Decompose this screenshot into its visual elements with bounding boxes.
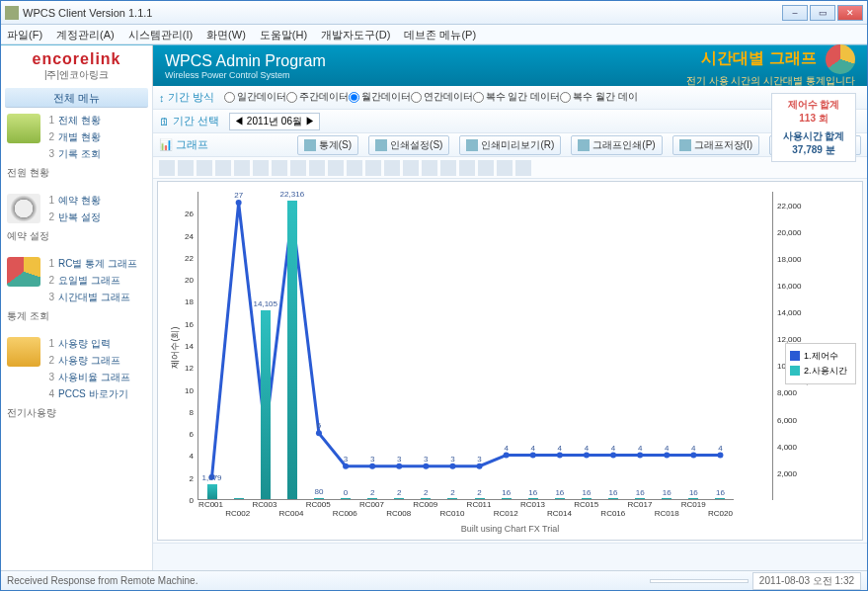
bar-value-label: 80 xyxy=(314,487,323,496)
chart-tool-icon[interactable] xyxy=(365,160,381,176)
chart-tool-icon[interactable] xyxy=(309,160,325,176)
stats-button[interactable]: 통계(S) xyxy=(297,135,358,155)
svg-point-15 xyxy=(610,453,616,459)
sidebar-item[interactable]: 2사용량 그래프 xyxy=(44,354,130,368)
chart-tool-icon[interactable] xyxy=(197,160,212,176)
bar-value-label: 16 xyxy=(689,488,698,497)
chart-tool-icon[interactable] xyxy=(290,160,306,176)
chart-tool-icon[interactable] xyxy=(459,160,475,176)
svg-point-12 xyxy=(530,453,536,459)
main-panel: ↕ 기간 방식 일간데이터 주간데이터 월간데이터 연간데이터 복수 일간 데이… xyxy=(153,86,867,570)
svg-point-5 xyxy=(343,464,349,469)
chart-credit: Built using Chart FX Trial xyxy=(158,524,862,534)
printer-icon xyxy=(578,139,590,151)
chart-bar xyxy=(635,498,645,499)
chart-legend: 1.제어수 2.사용시간 xyxy=(785,343,856,384)
period-method-label: ↕ 기간 방식 xyxy=(159,90,214,105)
line-value-label: 3 xyxy=(477,455,481,464)
sidebar-item[interactable]: 1사용량 입력 xyxy=(44,337,130,351)
svg-point-7 xyxy=(396,464,402,469)
menu-item[interactable]: 시스템관리(I) xyxy=(128,25,193,43)
bar-value-label: 16 xyxy=(716,488,725,497)
print-setup-button[interactable]: 인쇄설정(S) xyxy=(368,135,449,155)
period-radio[interactable]: 복수 월간 데이 xyxy=(560,90,638,104)
period-radio[interactable]: 일간데이터 xyxy=(224,90,286,104)
sidebar-item[interactable]: 3기록 조회 xyxy=(44,147,101,161)
chart-tool-icon[interactable] xyxy=(440,160,456,176)
chart-tool-icon[interactable] xyxy=(272,160,287,176)
period-radio[interactable]: 월간데이터 xyxy=(349,90,411,104)
line-value-label: 4 xyxy=(585,444,589,453)
titlebar[interactable]: WPCS Client Version 1.1.1 – ▭ ✕ xyxy=(1,1,867,25)
line-value-label: 4 xyxy=(611,444,615,453)
section-name: 전원 현황 xyxy=(7,166,146,180)
chart-tool-icon[interactable] xyxy=(178,160,194,176)
bar-value-label: 2 xyxy=(370,488,374,497)
section-icon xyxy=(7,114,40,143)
chart-tool-icon[interactable] xyxy=(384,160,400,176)
bar-value-label: 2 xyxy=(477,488,481,497)
svg-point-18 xyxy=(690,453,696,459)
chart-tool-icon[interactable] xyxy=(403,160,419,176)
sidebar-item[interactable]: 1전체 현황 xyxy=(44,114,101,127)
menu-item[interactable]: 데브존 메뉴(P) xyxy=(404,25,476,43)
maximize-button[interactable]: ▭ xyxy=(810,5,835,21)
svg-point-13 xyxy=(557,453,563,459)
chart-tool-icon[interactable] xyxy=(234,160,250,176)
sidebar-item[interactable]: 2요일별 그래프 xyxy=(44,274,137,288)
chart-bar xyxy=(555,498,565,499)
legend-swatch-2 xyxy=(790,366,800,376)
sidebar-item[interactable]: 3사용비율 그래프 xyxy=(44,371,130,384)
section-name: 통계 조회 xyxy=(7,309,146,323)
all-menu-button[interactable]: 전체 메뉴 xyxy=(5,88,148,108)
chart-tool-icon[interactable] xyxy=(515,160,531,176)
sidebar-item[interactable]: 2개별 현황 xyxy=(44,130,101,144)
close-button[interactable]: ✕ xyxy=(837,5,863,21)
chart-tool-icon[interactable] xyxy=(422,160,437,176)
sidebar-item[interactable]: 1RC별 통계 그래프 xyxy=(44,257,137,271)
print-preview-button[interactable]: 인쇄미리보기(R) xyxy=(459,135,561,155)
line-value-label: 3 xyxy=(397,455,401,464)
svg-point-11 xyxy=(504,453,510,459)
chart-tool-icon[interactable] xyxy=(253,160,269,176)
section-icon xyxy=(7,337,40,367)
chart-tool-icon[interactable] xyxy=(215,160,231,176)
bar-value-label: 0 xyxy=(344,488,348,497)
chart-bar xyxy=(528,498,538,499)
stats-icon xyxy=(304,139,316,151)
menu-item[interactable]: 파일(F) xyxy=(7,25,42,43)
chart-tool-icon[interactable] xyxy=(159,160,175,176)
svg-point-19 xyxy=(717,453,723,459)
chart-tool-icon[interactable] xyxy=(497,160,513,176)
svg-point-6 xyxy=(369,464,375,469)
status-cell-empty xyxy=(650,579,749,583)
svg-point-10 xyxy=(477,464,483,469)
save-graph-button[interactable]: 그래프저장(I) xyxy=(672,135,759,155)
period-spinner[interactable]: ◀ 2011년 06월 ▶ xyxy=(229,113,320,130)
period-radio[interactable]: 주간데이터 xyxy=(286,90,349,104)
menu-item[interactable]: 개발자도구(D) xyxy=(321,25,390,43)
chart-tool-icon[interactable] xyxy=(328,160,344,176)
period-radio[interactable]: 복수 일간 데이터 xyxy=(473,90,561,104)
line-value-label: 4 xyxy=(665,444,669,453)
menu-item[interactable]: 계정관리(A) xyxy=(56,25,115,43)
line-value-label: 4 xyxy=(691,444,695,453)
print-graph-button[interactable]: 그래프인쇄(P) xyxy=(571,135,662,155)
sidebar-item[interactable]: 4PCCS 바로가기 xyxy=(44,387,130,401)
minimize-button[interactable]: – xyxy=(782,5,808,21)
chart-tool-icon[interactable] xyxy=(478,160,494,176)
status-message: Received Response from Remote Machine. xyxy=(7,575,197,586)
app-title: WPCS Admin Program xyxy=(165,52,686,70)
menu-item[interactable]: 도움말(H) xyxy=(260,25,307,43)
menu-item[interactable]: 화면(W) xyxy=(206,25,246,43)
period-radio[interactable]: 연간데이터 xyxy=(411,90,473,104)
sidebar-item[interactable]: 3시간대별 그래프 xyxy=(44,291,137,304)
sidebar-item[interactable]: 1예약 현황 xyxy=(44,194,101,208)
chart-tool-icon[interactable] xyxy=(347,160,362,176)
app-subtitle: Wireless Power Control System xyxy=(165,70,686,80)
section-name: 예약 설정 xyxy=(7,229,146,243)
bar-value-label: 16 xyxy=(609,488,618,497)
chart-bar xyxy=(341,498,351,499)
sidebar-item[interactable]: 2반복 설정 xyxy=(44,211,101,224)
chart-bar xyxy=(688,498,698,499)
